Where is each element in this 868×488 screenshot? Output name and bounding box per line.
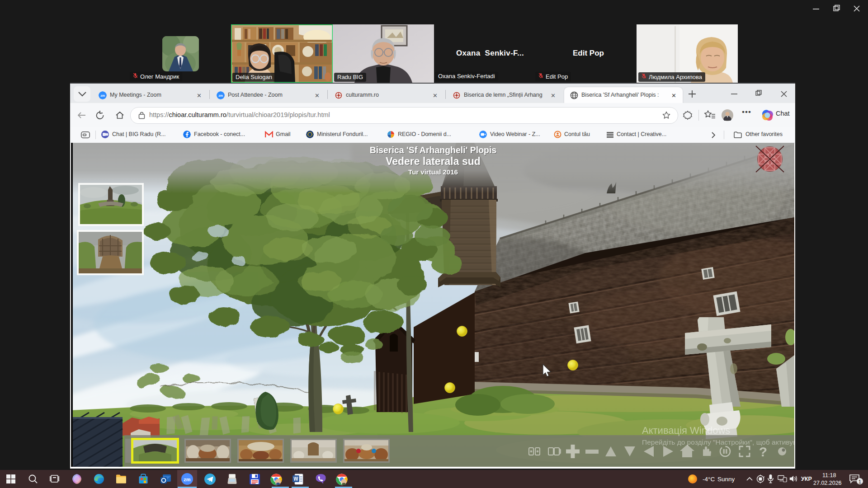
svg-text:zm: zm <box>100 94 105 97</box>
svg-text:Перейдіть до розділу "Настройк: Перейдіть до розділу "Настройки", щоб ак… <box>642 438 794 446</box>
svg-text:zm: zm <box>184 477 191 482</box>
svg-text:zm: zm <box>218 94 223 97</box>
svg-text:Активація Windows: Активація Windows <box>642 425 730 436</box>
svg-text:Tur virtual 2016: Tur virtual 2016 <box>408 168 458 176</box>
svg-text:Biserica 'Sf Arhangheli' Plopi: Biserica 'Sf Arhangheli' Plopis <box>370 145 497 155</box>
svg-text:1: 1 <box>859 479 861 484</box>
svg-text:Vedere laterala sud: Vedere laterala sud <box>386 155 481 167</box>
svg-text:?: ? <box>759 444 767 459</box>
